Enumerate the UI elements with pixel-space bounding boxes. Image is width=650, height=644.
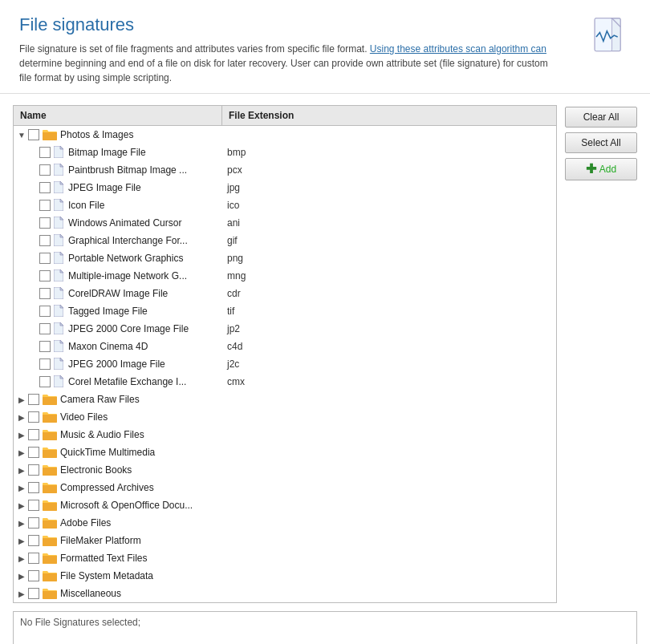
checkbox[interactable] [28, 517, 39, 529]
expand-placeholder [26, 199, 39, 212]
tree-group-row[interactable]: ▶ FileMaker Platform [14, 532, 556, 549]
group-name: Formatted Text Files [60, 553, 237, 564]
checkbox[interactable] [39, 253, 51, 264]
tree-item-row[interactable]: Windows Animated Cursor ani [14, 214, 556, 232]
checkbox[interactable] [39, 323, 51, 334]
checkbox[interactable] [28, 447, 39, 458]
checkbox[interactable] [28, 482, 39, 493]
checkbox[interactable] [28, 500, 39, 511]
item-extension: cmx [227, 376, 245, 387]
item-name: Tagged Image File [68, 306, 221, 317]
expand-btn[interactable]: ▶ [15, 552, 28, 565]
tree-group-row[interactable]: ▶ QuickTime Multimedia [14, 444, 556, 461]
tree-item-row[interactable]: Corel Metafile Exchange I... cmx [14, 373, 556, 391]
checkbox[interactable] [28, 553, 39, 564]
tree-group-row[interactable]: ▶ Camera Raw Files [14, 391, 556, 408]
tree-item-row[interactable]: Graphical Interchange For... gif [14, 232, 556, 249]
checkbox[interactable] [39, 147, 51, 158]
file-icon [54, 322, 65, 335]
checkbox[interactable] [39, 306, 51, 317]
group-name: Electronic Books [60, 464, 237, 476]
tree-item-row[interactable]: Multiple-image Network G... mng [14, 267, 556, 285]
checkbox[interactable] [39, 164, 51, 176]
checkbox[interactable] [28, 429, 39, 440]
tree-item-row[interactable]: JPEG 2000 Core Image File jp2 [14, 320, 556, 338]
checkbox[interactable] [28, 411, 39, 423]
header-icon [587, 14, 631, 58]
tree-body[interactable]: ▼ Photos & Images Bitmap Image File bmp [14, 126, 556, 602]
checkbox[interactable] [28, 535, 39, 546]
tree-group-row[interactable]: ▶ Compressed Archives [14, 479, 556, 496]
checkbox[interactable] [28, 588, 39, 599]
tree-group-row[interactable]: ▶ Miscellaneous [14, 585, 556, 602]
collapse-btn[interactable]: ▼ [15, 128, 28, 141]
expand-btn[interactable]: ▶ [15, 516, 28, 529]
add-button[interactable]: ✚ Add [565, 158, 637, 180]
item-name: Corel Metafile Exchange I... [68, 376, 221, 387]
item-name: JPEG Image File [68, 182, 221, 193]
file-icon [54, 375, 65, 388]
sidebar-buttons: Clear All Select All ✚ Add [565, 105, 637, 603]
tree-group-row[interactable]: ▶ Formatted Text Files [14, 549, 556, 567]
item-extension: pcx [227, 164, 242, 176]
folder-icon [43, 553, 57, 564]
group-name: Compressed Archives [60, 482, 237, 493]
item-extension: tif [227, 306, 234, 317]
tree-group-row[interactable]: ▼ Photos & Images [14, 126, 556, 144]
tree-item-row[interactable]: CorelDRAW Image File cdr [14, 285, 556, 302]
checkbox[interactable] [39, 235, 51, 246]
expand-placeholder [26, 322, 39, 335]
select-all-button[interactable]: Select All [565, 132, 637, 153]
expand-btn[interactable]: ▶ [15, 569, 28, 582]
tree-item-row[interactable]: JPEG Image File jpg [14, 179, 556, 196]
tree-item-row[interactable]: Icon File ico [14, 196, 556, 214]
checkbox[interactable] [39, 200, 51, 211]
expand-btn[interactable]: ▶ [15, 411, 28, 423]
checkbox[interactable] [39, 182, 51, 193]
checkbox[interactable] [39, 358, 51, 370]
expand-btn[interactable]: ▶ [15, 393, 28, 406]
expand-btn[interactable]: ▶ [15, 464, 28, 476]
folder-icon [43, 447, 57, 458]
tree-group-row[interactable]: ▶ File System Metadata [14, 567, 556, 585]
group-name: Music & Audio Files [60, 429, 237, 440]
checkbox[interactable] [39, 270, 51, 281]
expand-btn[interactable]: ▶ [15, 446, 28, 459]
tree-group-row[interactable]: ▶ Adobe Files [14, 514, 556, 532]
tree-group-row[interactable]: ▶ Music & Audio Files [14, 426, 556, 444]
tree-item-row[interactable]: Portable Network Graphics png [14, 249, 556, 267]
item-extension: png [227, 253, 243, 264]
item-extension: jpg [227, 182, 240, 193]
tree-item-row[interactable]: JPEG 2000 Image File j2c [14, 355, 556, 373]
expand-btn[interactable]: ▶ [15, 534, 28, 547]
item-extension: bmp [227, 147, 246, 158]
checkbox[interactable] [28, 464, 39, 476]
checkbox[interactable] [39, 217, 51, 229]
item-name: Graphical Interchange For... [68, 235, 221, 246]
checkbox[interactable] [28, 129, 39, 140]
tree-group-row[interactable]: ▶ Electronic Books [14, 461, 556, 479]
add-label: Add [599, 164, 616, 175]
folder-icon [43, 394, 57, 405]
tree-item-row[interactable]: Tagged Image File tif [14, 302, 556, 320]
expand-btn[interactable]: ▶ [15, 587, 28, 600]
checkbox[interactable] [28, 394, 39, 405]
checkbox[interactable] [39, 376, 51, 387]
checkbox[interactable] [39, 341, 51, 352]
header-description: File signature is set of file fragments … [19, 42, 549, 85]
checkbox[interactable] [28, 570, 39, 581]
checkbox[interactable] [39, 288, 51, 299]
group-name: Microsoft & OpenOffice Docu... [60, 500, 237, 511]
group-name: Camera Raw Files [60, 394, 237, 405]
tree-group-row[interactable]: ▶ Microsoft & OpenOffice Docu... [14, 496, 556, 514]
item-name: Windows Animated Cursor [68, 217, 221, 229]
tree-item-row[interactable]: Bitmap Image File bmp [14, 144, 556, 161]
tree-item-row[interactable]: Paintbrush Bitmap Image ... pcx [14, 161, 556, 179]
group-name: QuickTime Multimedia [60, 447, 237, 458]
expand-btn[interactable]: ▶ [15, 428, 28, 441]
tree-item-row[interactable]: Maxon Cinema 4D c4d [14, 338, 556, 355]
expand-btn[interactable]: ▶ [15, 481, 28, 494]
clear-all-button[interactable]: Clear All [565, 107, 637, 128]
tree-group-row[interactable]: ▶ Video Files [14, 408, 556, 426]
expand-btn[interactable]: ▶ [15, 499, 28, 512]
